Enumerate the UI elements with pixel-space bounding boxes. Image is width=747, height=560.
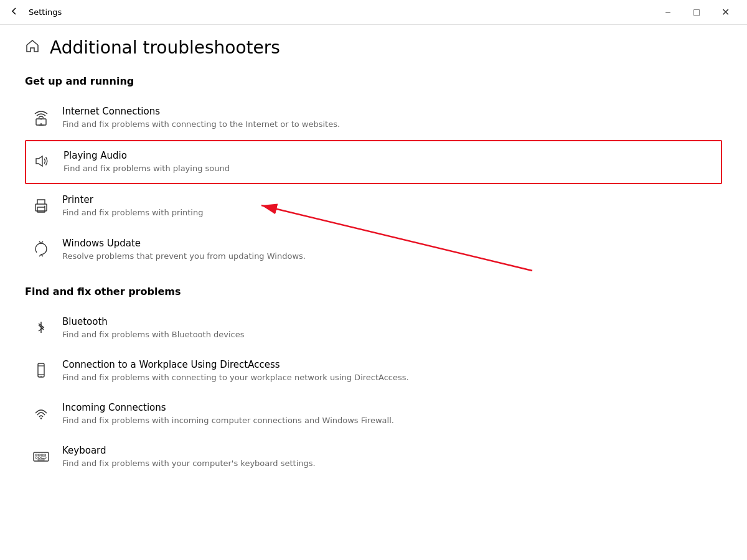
svg-rect-21 xyxy=(38,459,44,460)
titlebar-title: Settings xyxy=(29,7,62,17)
internet-connections-desc: Find and fix problems with connecting to… xyxy=(62,119,340,130)
svg-rect-17 xyxy=(44,454,46,456)
keyboard-desc: Find and fix problems with your computer… xyxy=(62,458,316,469)
printer-text: Printer Find and fix problems with print… xyxy=(62,194,203,218)
item-printer[interactable]: Printer Find and fix problems with print… xyxy=(25,185,722,227)
keyboard-title: Keyboard xyxy=(62,445,316,456)
windows-update-icon xyxy=(31,239,51,259)
section-find-fix-other: Find and fix other problems Bluetooth Fi… xyxy=(25,286,722,478)
svg-rect-14 xyxy=(35,454,37,456)
internet-connections-text: Internet Connections Find and fix proble… xyxy=(62,106,340,130)
incoming-connections-text: Incoming Connections Find and fix proble… xyxy=(62,402,394,426)
back-button[interactable] xyxy=(7,3,21,21)
svg-rect-19 xyxy=(39,457,40,459)
playing-audio-desc: Find and fix problems with playing sound xyxy=(63,163,230,174)
bluetooth-icon xyxy=(31,317,51,337)
directaccess-icon xyxy=(31,360,51,380)
keyboard-text: Keyboard Find and fix problems with your… xyxy=(62,445,316,469)
section-header-2: Find and fix other problems xyxy=(25,286,722,297)
section-header-1: Get up and running xyxy=(25,75,722,87)
content-area: Additional troubleshooters Get up and ru… xyxy=(0,25,747,560)
item-directaccess[interactable]: Connection to a Workplace Using DirectAc… xyxy=(25,350,722,392)
svg-rect-15 xyxy=(39,454,40,456)
svg-rect-16 xyxy=(41,454,43,456)
page-title-row: Additional troubleshooters xyxy=(25,37,722,58)
internet-connections-title: Internet Connections xyxy=(62,106,340,117)
directaccess-title: Connection to a Workplace Using DirectAc… xyxy=(62,359,409,370)
directaccess-text: Connection to a Workplace Using DirectAc… xyxy=(62,359,409,383)
svg-point-12 xyxy=(40,418,42,419)
playing-audio-text: Playing Audio Find and fix problems with… xyxy=(63,150,230,174)
svg-rect-8 xyxy=(38,363,44,377)
maximize-button[interactable]: □ xyxy=(682,0,711,25)
item-bluetooth[interactable]: Bluetooth Find and fix problems with Blu… xyxy=(25,307,722,349)
svg-marker-4 xyxy=(36,156,42,166)
playing-audio-title: Playing Audio xyxy=(63,150,230,161)
item-incoming-connections[interactable]: Incoming Connections Find and fix proble… xyxy=(25,393,722,435)
printer-icon xyxy=(31,195,51,215)
windows-update-text: Windows Update Resolve problems that pre… xyxy=(62,238,306,262)
svg-point-3 xyxy=(40,119,42,120)
section-get-up-running: Get up and running Internet Connections … xyxy=(25,75,722,271)
incoming-connections-desc: Find and fix problems with incoming comp… xyxy=(62,415,394,426)
directaccess-desc: Find and fix problems with connecting to… xyxy=(62,372,409,383)
svg-rect-18 xyxy=(35,457,37,459)
titlebar: Settings − □ ✕ xyxy=(0,0,747,25)
svg-point-11 xyxy=(40,376,42,377)
titlebar-left: Settings xyxy=(7,3,62,21)
item-windows-update[interactable]: Windows Update Resolve problems that pre… xyxy=(25,229,722,271)
bluetooth-title: Bluetooth xyxy=(62,316,245,327)
page-title: Additional troubleshooters xyxy=(50,37,280,58)
svg-point-7 xyxy=(44,206,45,207)
windows-update-desc: Resolve problems that prevent you from u… xyxy=(62,251,306,262)
playing-audio-icon xyxy=(32,151,52,171)
bluetooth-text: Bluetooth Find and fix problems with Blu… xyxy=(62,316,245,340)
windows-update-title: Windows Update xyxy=(62,238,306,249)
titlebar-controls: − □ ✕ xyxy=(654,0,740,25)
incoming-connections-title: Incoming Connections xyxy=(62,402,394,413)
home-icon xyxy=(25,39,40,57)
item-playing-audio[interactable]: Playing Audio Find and fix problems with… xyxy=(25,140,722,184)
incoming-connections-icon xyxy=(31,403,51,423)
item-keyboard[interactable]: Keyboard Find and fix problems with your… xyxy=(25,436,722,478)
printer-title: Printer xyxy=(62,194,203,205)
keyboard-icon xyxy=(31,446,51,466)
svg-rect-6 xyxy=(37,207,45,212)
minimize-button[interactable]: − xyxy=(654,0,682,25)
svg-rect-20 xyxy=(41,457,46,459)
printer-desc: Find and fix problems with printing xyxy=(62,207,203,218)
item-internet-connections[interactable]: Internet Connections Find and fix proble… xyxy=(25,97,722,139)
bluetooth-desc: Find and fix problems with Bluetooth dev… xyxy=(62,329,245,340)
close-button[interactable]: ✕ xyxy=(711,0,740,25)
internet-connections-icon xyxy=(31,107,51,127)
